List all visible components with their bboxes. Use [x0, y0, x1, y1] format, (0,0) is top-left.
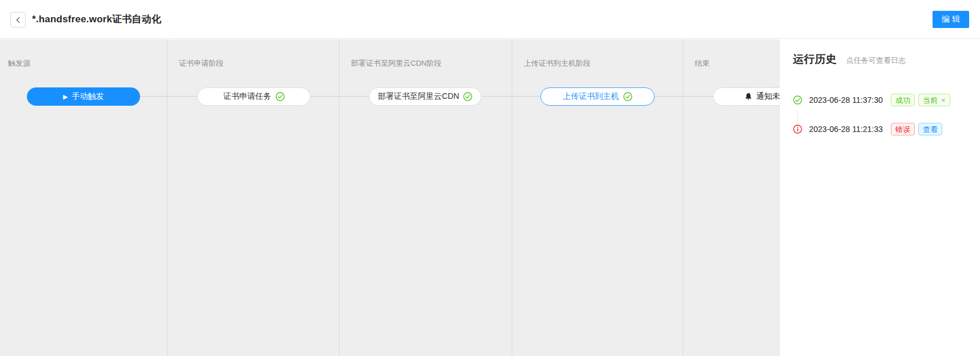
certificate-automation-page: *.handsfree.work证书自动化 编 辑 触发源 证书申请阶段 部署证…: [0, 0, 980, 356]
run-entry[interactable]: 2023-06-28 11:21:33 错误 查看: [793, 123, 942, 135]
page-header: *.handsfree.work证书自动化 编 辑: [0, 0, 980, 39]
run-timestamp: 2023-06-28 11:37:30: [809, 95, 883, 105]
status-badge-success: 成功: [891, 94, 915, 106]
view-log-label: 查看: [923, 126, 938, 133]
check-circle-icon: [463, 92, 472, 101]
error-circle-icon: [793, 125, 802, 134]
task-cert-apply[interactable]: 证书申请任务: [197, 87, 310, 106]
success-circle-icon: [793, 95, 802, 105]
view-log-button[interactable]: 查看: [918, 123, 942, 135]
node-label: 上传证书到主机: [563, 91, 619, 102]
run-timestamp: 2023-06-28 11:21:33: [809, 125, 883, 134]
status-badge-error: 错误: [891, 123, 915, 135]
status-badge-label: 成功: [895, 97, 910, 104]
stage-label: 部署证书至阿里云CDN阶段: [351, 58, 441, 69]
run-history-hint: 点任务可查看日志: [846, 55, 906, 66]
node-label: 部署证书至阿里云CDN: [378, 91, 459, 102]
task-upload-host[interactable]: 上传证书到主机: [540, 87, 655, 106]
node-label: 手动触发: [72, 91, 104, 102]
status-badge-label: 错误: [895, 126, 910, 133]
bell-icon: [744, 93, 752, 101]
current-run-badge: 当前 ×: [918, 94, 950, 106]
stage-label: 证书申请阶段: [179, 58, 224, 69]
check-circle-icon: [276, 92, 285, 101]
check-circle-icon: [623, 92, 632, 101]
edit-button[interactable]: 编 辑: [933, 11, 969, 28]
run-history-title: 运行历史: [793, 52, 836, 67]
close-icon[interactable]: ×: [941, 97, 946, 104]
manual-trigger-button[interactable]: ▶ 手动触发: [27, 87, 140, 106]
run-history-panel: 运行历史 点任务可查看日志 2023-06-28 11:37:30 成功 当前 …: [780, 39, 980, 356]
stage-label: 结束: [695, 58, 710, 69]
play-icon: ▶: [63, 94, 67, 100]
run-entry[interactable]: 2023-06-28 11:37:30 成功 当前 ×: [793, 94, 950, 106]
chevron-left-icon: [14, 16, 22, 24]
task-deploy-cdn[interactable]: 部署证书至阿里云CDN: [369, 87, 481, 106]
run-history-header: 运行历史 点任务可查看日志: [793, 52, 906, 67]
page-title: *.handsfree.work证书自动化: [32, 13, 161, 26]
node-label: 证书申请任务: [224, 91, 272, 102]
stage-label: 上传证书到主机阶段: [524, 58, 591, 69]
current-badge-label: 当前: [923, 97, 938, 104]
stage-label: 触发源: [8, 58, 30, 69]
back-button[interactable]: [10, 12, 26, 27]
